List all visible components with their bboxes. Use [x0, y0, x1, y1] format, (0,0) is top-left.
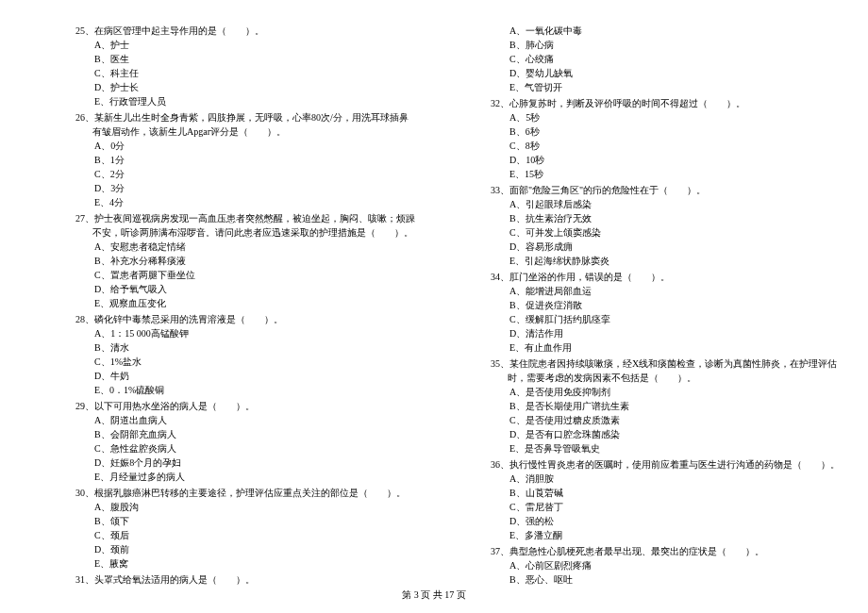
option-item: D、颈前: [94, 542, 415, 556]
option-item: A、安慰患者稳定情绪: [94, 240, 415, 254]
options-list: A、消胆胺B、山莨菪碱C、雷尼替丁D、强的松E、多潘立酮: [491, 472, 849, 542]
option-item: B、是否长期使用广谱抗生素: [509, 399, 849, 413]
option-item: D、给予氧气吸入: [94, 282, 415, 296]
page-footer: 第 3 页 共 17 页: [0, 588, 868, 602]
options-list: A、是否使用免疫抑制剂B、是否长期使用广谱抗生素C、是否使用过糖皮质激素D、是否…: [491, 385, 849, 456]
option-item: B、颌下: [94, 514, 415, 528]
option-item: A、阴道出血病人: [94, 413, 415, 427]
question-text: 37、典型急性心肌梗死患者最早出现、最突出的症状是（ ）。: [491, 544, 849, 558]
option-item: D、强的松: [509, 514, 849, 528]
option-item: B、山莨菪碱: [509, 486, 849, 500]
question-text: 33、面部"危险三角区"的疖的危险性在于（ ）。: [491, 183, 849, 197]
question-block: 33、面部"危险三角区"的疖的危险性在于（ ）。A、引起眼球后感染B、抗生素治疗…: [491, 183, 849, 268]
question-block: 30、根据乳腺癌淋巴转移的主要途径，护理评估应重点关注的部位是（ ）。A、腹股沟…: [75, 486, 415, 571]
left-column: 25、在病区管理中起主导作用的是（ ）。A、护士B、医生C、科主任D、护士长E、…: [0, 24, 434, 588]
question-block: 32、心肺复苏时，判断及评价呼吸的时间不得超过（ ）。A、5秒B、6秒C、8秒D…: [491, 96, 849, 181]
options-list: A、阴道出血病人B、会阴部充血病人C、急性盆腔炎病人D、妊娠8个月的孕妇E、月经…: [75, 413, 415, 484]
option-item: B、会阴部充血病人: [94, 427, 415, 441]
option-item: E、是否鼻导管吸氧史: [509, 441, 849, 456]
option-item: C、心绞痛: [509, 52, 849, 66]
option-item: D、婴幼儿缺氧: [509, 66, 849, 80]
option-item: C、雷尼替丁: [509, 500, 849, 514]
question-block: 26、某新生儿出生时全身青紫，四肢挣展，无呼吸，心率80次/分，用洗耳球插鼻有皱…: [75, 110, 415, 209]
option-item: D、牛奶: [94, 369, 415, 383]
question-text: 32、心肺复苏时，判断及评价呼吸的时间不得超过（ ）。: [491, 96, 849, 110]
option-item: E、观察血压变化: [94, 296, 415, 310]
options-list: A、1：15 000高锰酸钾B、清水C、1%盐水D、牛奶E、0．1%硫酸铜: [75, 326, 415, 397]
option-item: C、急性盆腔炎病人: [94, 441, 415, 456]
option-item: E、4分: [94, 195, 415, 209]
option-item: A、1：15 000高锰酸钾: [94, 326, 415, 340]
option-item: E、引起海绵状静脉窦炎: [509, 254, 849, 268]
question-block: 27、护士夜间巡视病房发现一高血压患者突然憋醒，被迫坐起，胸闷、咳嗽；烦躁不安，…: [75, 211, 415, 310]
question-block: 35、某住院患者因持续咳嗽痰，经X线和痰菌检查，诊断为真菌性肺炎，在护理评估时，…: [491, 356, 849, 456]
option-item: B、肺心病: [509, 38, 849, 52]
question-text: 30、根据乳腺癌淋巴转移的主要途径，护理评估应重点关注的部位是（ ）。: [75, 486, 415, 500]
option-item: B、促进炎症消散: [509, 298, 849, 312]
option-item: B、恶心、呕吐: [509, 572, 849, 587]
option-item: A、0分: [94, 139, 415, 153]
option-item: A、护士: [94, 38, 415, 52]
option-item: D、护士长: [94, 80, 415, 94]
question-block: 31、头罩式给氧法适用的病人是（ ）。: [75, 572, 415, 587]
option-item: B、清水: [94, 340, 415, 355]
option-item: D、10秒: [509, 153, 849, 167]
option-item: C、8秒: [509, 139, 849, 153]
options-list: A、心前区剧烈疼痛B、恶心、呕吐: [491, 558, 849, 587]
option-item: C、可并发上颌窦感染: [509, 225, 849, 240]
option-item: D、妊娠8个月的孕妇: [94, 456, 415, 470]
question-block: A、一氧化碳中毒B、肺心病C、心绞痛D、婴幼儿缺氧E、气管切开: [491, 24, 849, 94]
option-item: E、15秒: [509, 167, 849, 181]
question-text: 35、某住院患者因持续咳嗽痰，经X线和痰菌检查，诊断为真菌性肺炎，在护理评估时，…: [491, 356, 849, 385]
question-block: 36、执行慢性胃炎患者的医嘱时，使用前应着重与医生进行沟通的药物是（ ）。A、消…: [491, 457, 849, 542]
option-item: E、腋窝: [94, 556, 415, 571]
option-item: B、补充水分稀释痰液: [94, 254, 415, 268]
option-item: D、清洁作用: [509, 326, 849, 340]
question-block: 29、以下可用热水坐浴的病人是（ ）。A、阴道出血病人B、会阴部充血病人C、急性…: [75, 399, 415, 484]
option-item: E、0．1%硫酸铜: [94, 383, 415, 397]
option-item: B、抗生素治疗无效: [509, 211, 849, 225]
option-item: B、6秒: [509, 124, 849, 139]
option-item: C、是否使用过糖皮质激素: [509, 413, 849, 427]
question-text: 25、在病区管理中起主导作用的是（ ）。: [75, 24, 415, 38]
question-block: 37、典型急性心肌梗死患者最早出现、最突出的症状是（ ）。A、心前区剧烈疼痛B、…: [491, 544, 849, 587]
option-item: C、科主任: [94, 66, 415, 80]
option-item: C、缓解肛门括约肌痉挛: [509, 312, 849, 326]
option-item: A、消胆胺: [509, 472, 849, 486]
question-block: 25、在病区管理中起主导作用的是（ ）。A、护士B、医生C、科主任D、护士长E、…: [75, 24, 415, 108]
question-text: 27、护士夜间巡视病房发现一高血压患者突然憋醒，被迫坐起，胸闷、咳嗽；烦躁不安，…: [75, 211, 415, 240]
question-text: 31、头罩式给氧法适用的病人是（ ）。: [75, 572, 415, 587]
option-item: A、能增进局部血运: [509, 284, 849, 298]
option-item: E、多潘立酮: [509, 528, 849, 542]
option-item: A、一氧化碳中毒: [509, 24, 849, 38]
option-item: D、3分: [94, 181, 415, 195]
option-item: D、容易形成痈: [509, 240, 849, 254]
option-item: E、月经量过多的病人: [94, 470, 415, 484]
options-list: A、引起眼球后感染B、抗生素治疗无效C、可并发上颌窦感染D、容易形成痈E、引起海…: [491, 197, 849, 268]
option-item: C、1%盐水: [94, 355, 415, 369]
question-block: 28、磷化锌中毒禁忌采用的洗胃溶液是（ ）。A、1：15 000高锰酸钾B、清水…: [75, 312, 415, 397]
options-list: A、腹股沟B、颌下C、颈后D、颈前E、腋窝: [75, 500, 415, 571]
option-item: A、腹股沟: [94, 500, 415, 514]
option-item: E、有止血作用: [509, 340, 849, 355]
option-item: B、1分: [94, 153, 415, 167]
question-text: 29、以下可用热水坐浴的病人是（ ）。: [75, 399, 415, 413]
options-list: A、护士B、医生C、科主任D、护士长E、行政管理人员: [75, 38, 415, 108]
option-item: B、医生: [94, 52, 415, 66]
question-text: 26、某新生儿出生时全身青紫，四肢挣展，无呼吸，心率80次/分，用洗耳球插鼻有皱…: [75, 110, 415, 139]
options-list: A、能增进局部血运B、促进炎症消散C、缓解肛门括约肌痉挛D、清洁作用E、有止血作…: [491, 284, 849, 355]
question-block: 34、肛门坐浴的作用，错误的是（ ）。A、能增进局部血运B、促进炎症消散C、缓解…: [491, 270, 849, 355]
options-list: A、0分B、1分C、2分D、3分E、4分: [75, 139, 415, 209]
options-list: A、5秒B、6秒C、8秒D、10秒E、15秒: [491, 110, 849, 181]
option-item: D、是否有口腔念珠菌感染: [509, 427, 849, 441]
option-item: A、是否使用免疫抑制剂: [509, 385, 849, 399]
option-item: C、置患者两腿下垂坐位: [94, 268, 415, 282]
page-content: 25、在病区管理中起主导作用的是（ ）。A、护士B、医生C、科主任D、护士长E、…: [0, 24, 868, 588]
options-list: A、安慰患者稳定情绪B、补充水分稀释痰液C、置患者两腿下垂坐位D、给予氧气吸入E…: [75, 240, 415, 310]
question-text: 34、肛门坐浴的作用，错误的是（ ）。: [491, 270, 849, 284]
option-item: A、5秒: [509, 110, 849, 124]
option-item: C、2分: [94, 167, 415, 181]
question-text: 36、执行慢性胃炎患者的医嘱时，使用前应着重与医生进行沟通的药物是（ ）。: [491, 457, 849, 472]
right-column: A、一氧化碳中毒B、肺心病C、心绞痛D、婴幼儿缺氧E、气管切开32、心肺复苏时，…: [434, 24, 868, 588]
options-list: A、一氧化碳中毒B、肺心病C、心绞痛D、婴幼儿缺氧E、气管切开: [491, 24, 849, 94]
